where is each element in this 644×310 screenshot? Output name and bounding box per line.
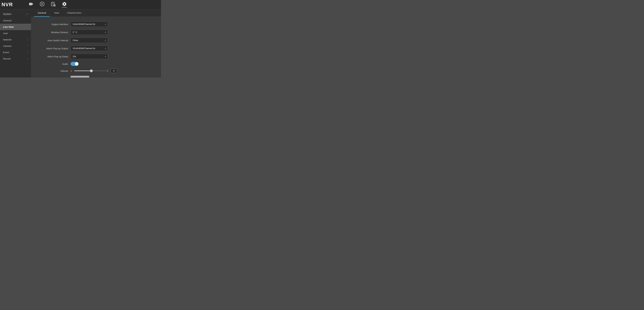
alarm-popup-delay-select[interactable]: 10s 5s 15s 30s [70, 54, 108, 59]
tab-channel-zero[interactable]: Channel-Zero [64, 9, 85, 17]
volume-max: 5 [107, 70, 109, 72]
sidebar-item-event[interactable]: Event › [0, 49, 31, 56]
alarm-popup-delay-row: Alarm Pop-up Delay 10s 5s 15s 30s [37, 54, 155, 59]
audio-label: Audio [37, 63, 68, 65]
sidebar-item-record[interactable]: Record › [0, 56, 31, 62]
audio-toggle-container [70, 62, 79, 66]
sidebar-item-live-view[interactable]: Live View [0, 24, 31, 30]
content-area: General View Channel-Zero Output Interfa… [31, 9, 161, 78]
alarm-popup-output-row: Alarm Pop-up Output VGA/HDMI/Channel-Ze … [37, 46, 155, 51]
main-layout: System ∨ General Live View User Network … [0, 9, 161, 78]
toggle-knob [75, 62, 78, 66]
arrow-right-icon: › [27, 45, 28, 47]
arrow-right-icon: › [27, 58, 28, 60]
sidebar-item-camera[interactable]: Camera › [0, 43, 31, 49]
arrow-right-icon: › [27, 51, 28, 54]
sidebar-section-system[interactable]: System ∨ [0, 11, 31, 17]
apply-button-row: Apply [70, 76, 155, 78]
output-interface-label: Output Interface [37, 23, 68, 26]
window-division-label: Window Division [37, 31, 68, 34]
gear-icon [62, 2, 67, 7]
sidebar-item-user[interactable]: User [0, 30, 31, 36]
camera-nav-icon[interactable] [28, 2, 34, 8]
volume-label: Volume [37, 70, 68, 72]
apply-button[interactable]: Apply [70, 76, 89, 78]
alarm-popup-delay-label: Alarm Pop-up Delay [37, 55, 68, 58]
window-division-row: Window Division 2 * 2 1 * 1 3 * 3 4 * 4 [37, 30, 155, 35]
tab-general[interactable]: General [34, 9, 50, 17]
sidebar-item-general[interactable]: General [0, 17, 31, 24]
tab-bar: General View Channel-Zero [31, 9, 161, 17]
tab-view[interactable]: View [50, 9, 63, 17]
window-division-select[interactable]: 2 * 2 1 * 1 3 * 3 4 * 4 [70, 30, 108, 35]
volume-slider-thumb [90, 69, 93, 72]
audio-row: Audio [37, 62, 155, 66]
auto-switch-interval-label: Auto-Switch Interval [37, 39, 68, 42]
audio-toggle[interactable] [70, 62, 79, 66]
search-nav-icon[interactable] [51, 2, 56, 8]
arrow-right-icon: › [27, 39, 28, 41]
app-logo: NVR [2, 2, 13, 8]
chevron-down-icon: ∨ [26, 13, 28, 15]
settings-nav-icon[interactable] [62, 2, 67, 8]
volume-slider-track[interactable] [74, 71, 105, 71]
auto-switch-interval-select[interactable]: Close 5s 10s 30s [70, 38, 108, 43]
sidebar-section-label: System [3, 13, 11, 16]
form-area: Output Interface VGA/HDMI/Channel-Ze VGA… [31, 17, 161, 78]
sidebar: System ∨ General Live View User Network … [0, 9, 31, 78]
log-search-icon [51, 2, 56, 7]
alarm-popup-output-select-wrapper: VGA/HDMI/Channel-Ze VGA HDMI [70, 46, 108, 51]
output-interface-select-wrapper: VGA/HDMI/Channel-Ze VGA HDMI [70, 22, 108, 27]
alarm-popup-output-label: Alarm Pop-up Output [37, 47, 68, 50]
alarm-popup-delay-select-wrapper: 10s 5s 15s 30s [70, 54, 108, 59]
volume-min: 1 [70, 70, 73, 72]
playback-nav-icon[interactable] [40, 2, 44, 8]
volume-row: Volume 1 5 [37, 69, 155, 73]
volume-control: 1 5 [70, 69, 117, 73]
output-interface-select[interactable]: VGA/HDMI/Channel-Ze VGA HDMI [70, 22, 108, 27]
sidebar-item-network[interactable]: Network › [0, 36, 31, 43]
auto-switch-interval-row: Auto-Switch Interval Close 5s 10s 30s [37, 38, 155, 43]
auto-switch-interval-select-wrapper: Close 5s 10s 30s [70, 38, 108, 43]
window-division-select-wrapper: 2 * 2 1 * 1 3 * 3 4 * 4 [70, 30, 108, 35]
svg-line-5 [55, 6, 56, 6]
volume-slider-fill [74, 71, 91, 71]
nav-icons [28, 2, 67, 8]
top-nav: NVR [0, 0, 161, 9]
output-interface-row: Output Interface VGA/HDMI/Channel-Ze VGA… [37, 22, 155, 27]
volume-input[interactable] [110, 69, 117, 73]
alarm-popup-output-select[interactable]: VGA/HDMI/Channel-Ze VGA HDMI [70, 46, 108, 51]
camera-icon [28, 2, 34, 7]
playback-icon [40, 2, 44, 7]
